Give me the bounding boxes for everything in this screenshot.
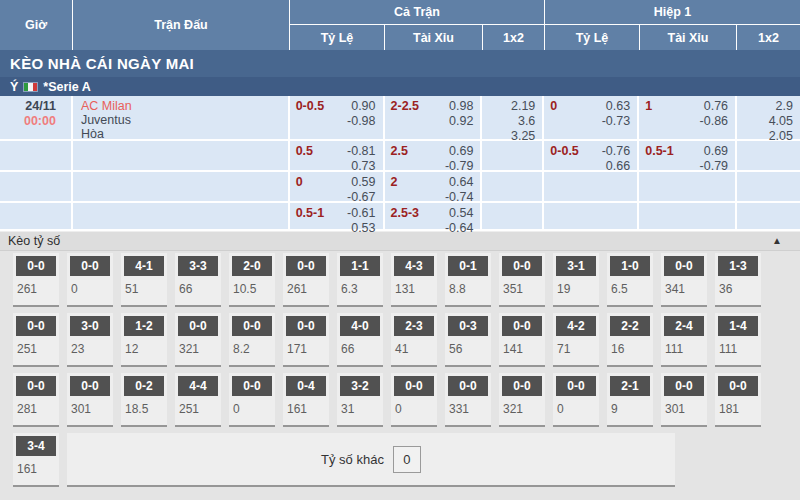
score-button[interactable]: 0-0 xyxy=(502,376,542,396)
half-1x2-cell xyxy=(737,141,800,170)
score-button[interactable]: 4-3 xyxy=(394,256,434,276)
score-button[interactable]: 3-0 xyxy=(70,316,110,336)
score-button[interactable]: 0-0 xyxy=(664,376,704,396)
score-button[interactable]: 0-0 xyxy=(70,376,110,396)
subheader-full-1x2: 1x2 xyxy=(483,25,545,50)
group-header-full-time: Cả Trận xyxy=(290,0,545,25)
score-button[interactable]: 1-3 xyxy=(718,256,758,276)
odds-value: -0.98 xyxy=(290,114,376,129)
score-button[interactable]: 4-1 xyxy=(124,256,164,276)
score-button[interactable]: 1-0 xyxy=(610,256,650,276)
score-odds-value: 261 xyxy=(286,276,326,296)
score-odds-value: 51 xyxy=(124,276,164,296)
score-button[interactable]: 0-0 xyxy=(16,256,56,276)
score-button[interactable]: 0-0 xyxy=(718,376,758,396)
score-card: 2-010.5 xyxy=(229,253,275,307)
score-odds-value: 36 xyxy=(718,276,758,296)
score-button[interactable]: 2-1 xyxy=(610,376,650,396)
score-button[interactable]: 0-0 xyxy=(502,256,542,276)
other-score-input[interactable] xyxy=(393,446,421,473)
half-handicap-cell[interactable]: 0-0.5-0.760.66 xyxy=(544,141,639,170)
league-name: *Serie A xyxy=(43,80,90,94)
score-button[interactable]: 0-0 xyxy=(16,376,56,396)
score-button[interactable]: 0-1 xyxy=(448,256,488,276)
score-card: 0-0301 xyxy=(67,373,113,427)
score-button[interactable]: 0-2 xyxy=(124,376,164,396)
full-overunder-cell[interactable]: 2.5-30.54-0.64 xyxy=(385,203,483,229)
full-handicap-cell[interactable]: 0.5-0.810.73 xyxy=(290,141,385,170)
odds-table: 24/1100:00AC MilanJuventusHòa0-0.50.90-0… xyxy=(0,96,800,231)
score-button[interactable]: 2-2 xyxy=(610,316,650,336)
score-card: 0-00 xyxy=(229,373,275,427)
score-button[interactable]: 1-4 xyxy=(718,316,758,336)
score-button[interactable]: 0-0 xyxy=(448,376,488,396)
time-cell: 24/1100:00 xyxy=(0,96,73,139)
half-1x2-cell[interactable]: 2.94.052.05 xyxy=(737,96,800,139)
handicap-value: 0 xyxy=(296,175,303,189)
score-odds-value: 41 xyxy=(394,336,434,356)
score-odds-value: 6.5 xyxy=(610,276,650,296)
score-button[interactable]: 0-0 xyxy=(178,316,218,336)
score-odds-value: 181 xyxy=(718,396,758,416)
score-button[interactable]: 0-0 xyxy=(664,256,704,276)
score-button[interactable]: 0-4 xyxy=(286,376,326,396)
half-handicap-cell[interactable]: 00.63-0.73 xyxy=(544,96,639,139)
score-card: 0-0301 xyxy=(661,373,707,427)
column-header-match: Trận Đấu xyxy=(73,0,290,50)
full-overunder-cell[interactable]: 2.50.69-0.79 xyxy=(385,141,483,170)
full-overunder-cell[interactable]: 20.64-0.74 xyxy=(385,172,483,201)
score-button[interactable]: 1-2 xyxy=(124,316,164,336)
full-1x2-cell xyxy=(482,141,544,170)
score-button[interactable]: 2-4 xyxy=(664,316,704,336)
score-odds-value: 301 xyxy=(664,396,704,416)
score-card: 0-0261 xyxy=(283,253,329,307)
collapse-icon[interactable]: ▲ xyxy=(772,236,782,246)
full-handicap-cell[interactable]: 0.5-1-0.610.53 xyxy=(290,203,385,229)
score-button[interactable]: 0-0 xyxy=(232,376,272,396)
score-card: 1-336 xyxy=(715,253,761,307)
half-overunder-cell[interactable]: 10.76-0.86 xyxy=(639,96,737,139)
half-overunder-cell[interactable]: 0.5-10.69-0.79 xyxy=(639,141,737,170)
handicap-value: 2-2.5 xyxy=(391,99,420,113)
score-button[interactable]: 1-1 xyxy=(340,256,380,276)
full-1x2-cell xyxy=(482,172,544,201)
score-button[interactable]: 0-0 xyxy=(556,376,596,396)
score-button[interactable]: 0-0 xyxy=(286,316,326,336)
score-button[interactable]: 0-0 xyxy=(502,316,542,336)
full-overunder-cell[interactable]: 2-2.50.980.92 xyxy=(385,96,483,139)
score-button[interactable]: 3-1 xyxy=(556,256,596,276)
score-card: 0-0261 xyxy=(13,253,59,307)
odds-row: 00.59-0.6720.64-0.74 xyxy=(0,172,800,203)
score-button[interactable]: 0-3 xyxy=(448,316,488,336)
league-bar[interactable]: Ý *Serie A xyxy=(0,77,800,96)
odds-value: -0.86 xyxy=(639,114,728,129)
score-button[interactable]: 0-0 xyxy=(232,316,272,336)
odds-values: 0.59-0.67 xyxy=(290,172,383,205)
odds-row: 0.5-0.810.732.50.69-0.790-0.5-0.760.660.… xyxy=(0,141,800,172)
half-handicap-cell xyxy=(544,203,639,229)
full-handicap-cell[interactable]: 00.59-0.67 xyxy=(290,172,385,201)
score-button[interactable]: 0-0 xyxy=(16,316,56,336)
score-odds-value: 56 xyxy=(448,336,488,356)
score-button[interactable]: 3-3 xyxy=(178,256,218,276)
score-odds-value: 23 xyxy=(70,336,110,356)
score-button[interactable]: 4-0 xyxy=(340,316,380,336)
full-1x2-cell[interactable]: 2.193.63.25 xyxy=(482,96,544,139)
full-handicap-cell[interactable]: 0-0.50.90-0.98 xyxy=(290,96,385,139)
score-button[interactable]: 2-0 xyxy=(232,256,272,276)
score-odds-value: 301 xyxy=(70,396,110,416)
odds-values: 0.63-0.73 xyxy=(544,96,637,129)
score-card: 0-00 xyxy=(67,253,113,307)
score-button[interactable]: 4-4 xyxy=(178,376,218,396)
score-button[interactable]: 4-2 xyxy=(556,316,596,336)
score-button[interactable]: 3-2 xyxy=(340,376,380,396)
score-button[interactable]: 3-4 xyxy=(16,436,56,456)
score-button[interactable]: 0-0 xyxy=(70,256,110,276)
score-odds-value: 261 xyxy=(16,276,56,296)
score-card: 0-0251 xyxy=(13,313,59,367)
score-odds-value: 8.2 xyxy=(232,336,272,356)
score-button[interactable]: 2-3 xyxy=(394,316,434,336)
score-section-title: Kèo tỷ số xyxy=(8,234,60,248)
score-button[interactable]: 0-0 xyxy=(286,256,326,276)
score-button[interactable]: 0-0 xyxy=(394,376,434,396)
